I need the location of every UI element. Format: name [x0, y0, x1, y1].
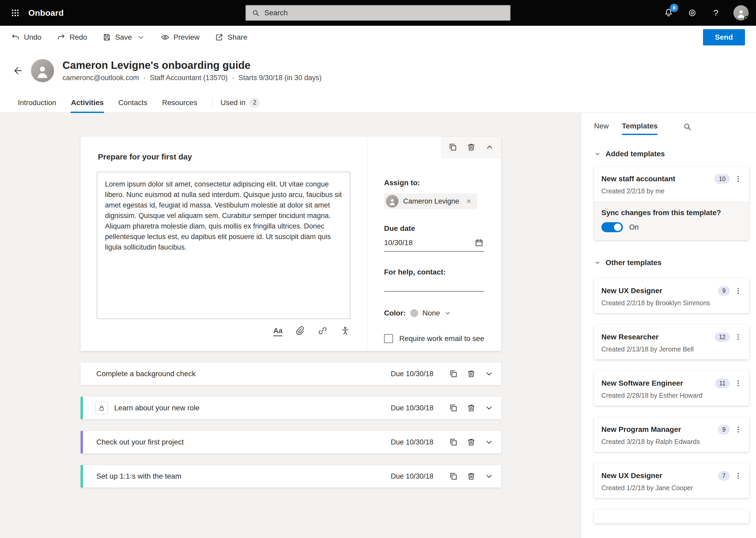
- template-search-button[interactable]: [681, 121, 693, 133]
- template-card[interactable]: New Researcher 12 Created 2/13/18 by Jer…: [594, 325, 749, 359]
- collapse-activity-button[interactable]: [484, 141, 495, 153]
- template-title: New Researcher: [601, 333, 715, 341]
- template-more-button[interactable]: [733, 174, 743, 184]
- settings-button[interactable]: [686, 7, 698, 19]
- activity-row[interactable]: Check out your first project Due 10/30/1…: [80, 431, 501, 454]
- activity-row[interactable]: Learn about your new role Due 10/30/18: [80, 397, 501, 419]
- app-launcher-waffle-icon[interactable]: [7, 5, 23, 21]
- duplicate-activity-button[interactable]: [448, 470, 459, 482]
- template-more-button[interactable]: [733, 332, 743, 342]
- tab-resources[interactable]: Resources: [162, 92, 198, 113]
- copy-icon: [449, 437, 458, 447]
- other-templates-list: New UX Designer 9 Created 2/2/18 by Broo…: [594, 279, 749, 523]
- preview-button[interactable]: Preview: [161, 33, 200, 42]
- added-template-card[interactable]: New staff accountant 10 Created 2/2/18 b…: [594, 167, 749, 240]
- sync-label: Sync changes from this template?: [601, 209, 742, 217]
- font-format-button[interactable]: Aa: [273, 327, 282, 334]
- other-templates-header[interactable]: Other templates: [594, 258, 749, 267]
- activity-row[interactable]: Set up 1:1:s with the team Due 10/30/18: [80, 465, 501, 488]
- trash-icon: [466, 437, 476, 447]
- added-templates-header[interactable]: Added templates: [594, 150, 749, 158]
- chevron-down-icon: [594, 259, 601, 266]
- sync-toggle-row: On: [601, 222, 742, 232]
- trash-icon: [466, 403, 476, 413]
- tab-new[interactable]: New: [594, 122, 609, 135]
- presence-indicator: [744, 16, 749, 21]
- chevron-down-icon: [594, 150, 601, 157]
- tab-contacts[interactable]: Contacts: [118, 92, 148, 113]
- template-card-partial[interactable]: [594, 510, 749, 523]
- duplicate-activity-button[interactable]: [448, 402, 459, 414]
- template-title: New Program Manager: [601, 425, 718, 434]
- used-in-label: Used in: [220, 98, 246, 107]
- share-icon: [215, 33, 224, 42]
- tab-introduction[interactable]: Introduction: [17, 92, 57, 113]
- attach-file-button[interactable]: [295, 326, 305, 336]
- redo-button[interactable]: Redo: [57, 33, 87, 42]
- duplicate-activity-button[interactable]: [447, 141, 458, 153]
- template-more-button[interactable]: [733, 378, 743, 389]
- help-contact-label: For help, contact:: [384, 268, 484, 276]
- template-card[interactable]: New UX Designer 9 Created 2/2/18 by Broo…: [594, 279, 749, 313]
- template-card[interactable]: New Software Engineer 11 Created 2/28/18…: [594, 371, 749, 405]
- delete-activity-button[interactable]: [465, 402, 477, 414]
- activity-description-input[interactable]: Lorem ipsum dolor sit amet, consectetur …: [97, 172, 350, 319]
- color-dropdown[interactable]: None: [410, 309, 451, 317]
- expand-activity-button[interactable]: [483, 402, 495, 414]
- search-input[interactable]: [264, 9, 504, 17]
- template-card[interactable]: New Program Manager 9 Created 3/2/18 by …: [594, 417, 749, 452]
- back-button[interactable]: [11, 64, 25, 78]
- account-avatar[interactable]: [733, 5, 749, 21]
- notifications-button[interactable]: 8: [663, 7, 675, 19]
- template-more-button[interactable]: [733, 286, 743, 296]
- top-app-bar: Onboard 8 ?: [0, 0, 756, 26]
- due-date-field[interactable]: 10/30/18: [384, 238, 484, 252]
- template-created: Created 1/2/18 by Jane Cooper: [601, 484, 743, 492]
- save-button[interactable]: Save: [102, 33, 145, 42]
- require-email-checkbox[interactable]: [384, 334, 393, 343]
- gear-icon: [687, 8, 697, 18]
- due-date-label: Due date: [384, 224, 484, 233]
- workspace: Prepare for your first day Lorem ipsum d…: [0, 113, 756, 538]
- help-button[interactable]: ?: [710, 7, 722, 19]
- delete-activity-button[interactable]: [465, 436, 477, 448]
- start-date: Starts 9/30/18 (in 30 days): [238, 74, 321, 82]
- tab-templates[interactable]: Templates: [622, 122, 658, 135]
- duplicate-activity-button[interactable]: [448, 368, 459, 380]
- template-more-button[interactable]: [733, 470, 743, 481]
- insert-link-button[interactable]: [318, 326, 328, 336]
- delete-activity-button[interactable]: [465, 141, 477, 153]
- accessibility-check-button[interactable]: [340, 326, 350, 336]
- expand-activity-button[interactable]: [483, 470, 495, 482]
- accessibility-icon: [340, 326, 350, 336]
- delete-activity-button[interactable]: [465, 368, 477, 380]
- template-card-main: New Software Engineer 11 Created 2/28/18…: [594, 371, 749, 405]
- template-title: New staff accountant: [601, 175, 715, 183]
- tab-used-in[interactable]: Used in 2: [220, 92, 260, 113]
- page-title: Cameron Levigne's onboarding guide: [63, 59, 321, 71]
- expand-activity-button[interactable]: [483, 436, 495, 448]
- assignee-chip[interactable]: Cameron Levigne: [384, 193, 477, 209]
- remove-assignee-button[interactable]: [465, 197, 473, 205]
- help-contact-input[interactable]: [384, 277, 484, 292]
- template-more-button[interactable]: [733, 424, 743, 435]
- open-calendar-button[interactable]: [474, 238, 484, 248]
- expand-activity-button[interactable]: [483, 368, 495, 380]
- sync-section: Sync changes from this template? On: [594, 201, 749, 240]
- template-card[interactable]: New UX Designer 7 Created 1/2/18 by Jane…: [594, 463, 749, 498]
- global-search: [246, 5, 510, 21]
- activity-row-actions: Due 10/30/18: [391, 368, 495, 380]
- sync-toggle[interactable]: [601, 222, 623, 232]
- tab-activities[interactable]: Activities: [71, 92, 104, 113]
- activity-row[interactable]: Complete a background check Due 10/30/18: [80, 362, 501, 385]
- calendar-icon: [474, 238, 484, 247]
- guide-title-block: Cameron Levigne's onboarding guide camer…: [63, 59, 321, 82]
- send-button[interactable]: Send: [703, 29, 745, 45]
- due-date-value: 10/30/18: [384, 239, 413, 247]
- share-button[interactable]: Share: [215, 33, 247, 42]
- delete-activity-button[interactable]: [465, 470, 477, 482]
- search-icon: [683, 122, 692, 131]
- activity-row-actions: Due 10/30/18: [391, 402, 495, 414]
- undo-button[interactable]: Undo: [11, 33, 41, 42]
- duplicate-activity-button[interactable]: [448, 436, 459, 448]
